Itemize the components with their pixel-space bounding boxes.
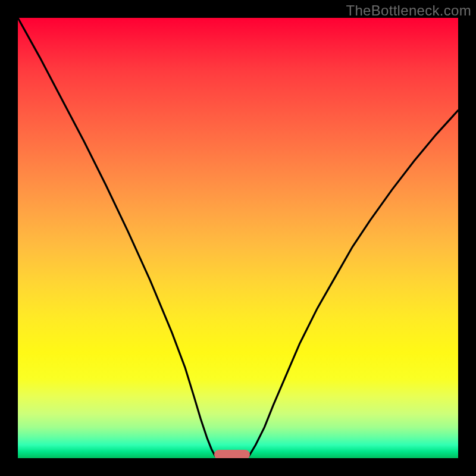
bottleneck-marker (214, 450, 250, 458)
right-curve (249, 110, 459, 456)
plot-area (18, 18, 458, 458)
curves-svg (18, 18, 458, 458)
left-curve (18, 18, 215, 456)
chart-frame: TheBottleneck.com (0, 0, 476, 476)
watermark-text: TheBottleneck.com (346, 2, 471, 19)
